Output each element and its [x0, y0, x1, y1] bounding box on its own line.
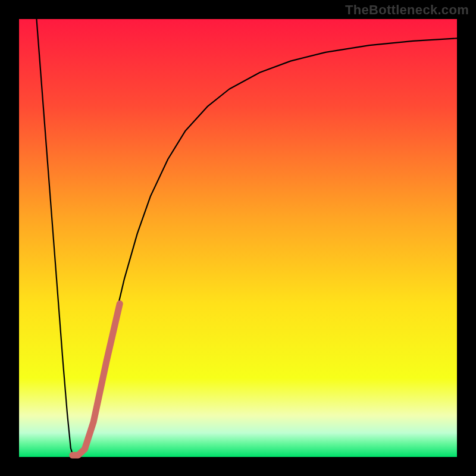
bottleneck-chart — [0, 0, 476, 476]
chart-frame: TheBottleneck.com — [0, 0, 476, 476]
